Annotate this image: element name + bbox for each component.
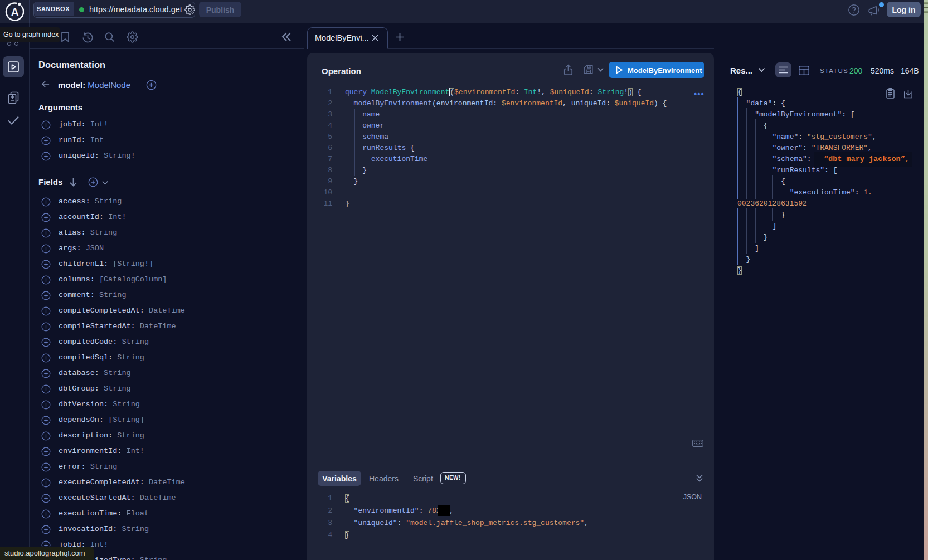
svg-text:A: A — [11, 6, 18, 18]
